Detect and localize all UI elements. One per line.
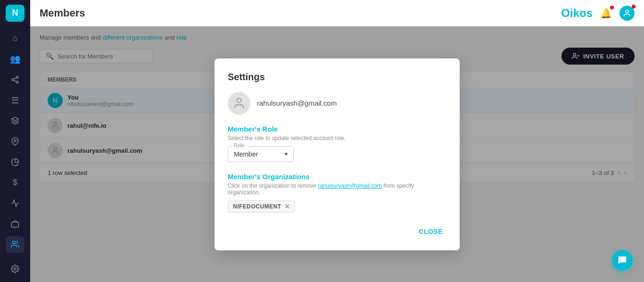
page-title: Members <box>40 7 85 19</box>
sidebar-item-members[interactable] <box>6 236 25 253</box>
header-right: Oikos 🔔 <box>561 6 635 21</box>
sidebar-item-chart[interactable] <box>6 195 25 212</box>
svg-rect-7 <box>12 222 19 227</box>
user-avatar-header[interactable] <box>619 6 635 21</box>
sidebar-item-dollar[interactable]: $ <box>6 174 25 191</box>
svg-point-6 <box>14 140 17 142</box>
svg-point-8 <box>13 241 16 244</box>
user-badge <box>632 5 636 8</box>
chat-bubble[interactable] <box>612 250 633 271</box>
org-section-desc: Click on the organization to remove rahu… <box>228 182 446 196</box>
role-select-wrapper: Role Member Admin Owner ▼ <box>228 146 294 162</box>
sidebar-item-home[interactable]: ⌂ <box>6 30 25 47</box>
modal-title: Settings <box>228 72 446 83</box>
sidebar-item-list[interactable]: ☰ <box>6 92 25 109</box>
svg-point-0 <box>16 76 18 78</box>
svg-point-1 <box>12 79 14 81</box>
role-section-title: Member's Role <box>228 125 446 133</box>
bell-badge <box>610 6 614 9</box>
app-logo[interactable]: N <box>6 5 25 22</box>
modal-user-email: rahulsuryash@gmail.com <box>257 99 337 107</box>
sidebar-item-people[interactable]: 👥 <box>6 50 25 67</box>
org-tag[interactable]: NIFEDOCUMENT ✕ <box>228 200 295 213</box>
svg-point-16 <box>237 98 241 102</box>
svg-point-10 <box>626 10 628 13</box>
svg-line-4 <box>14 78 16 79</box>
brand-name: Oikos <box>561 7 593 20</box>
role-select[interactable]: Member Admin Owner <box>228 146 294 162</box>
settings-modal: Settings rahulsuryash@gmail.com Member's… <box>215 58 460 250</box>
modal-footer: CLOSE <box>228 226 446 237</box>
modal-user-avatar <box>228 92 250 115</box>
main-content: Members Oikos 🔔 Manage members and diffe… <box>30 0 644 282</box>
svg-point-9 <box>14 268 17 270</box>
modal-overlay: Settings rahulsuryash@gmail.com Member's… <box>30 26 644 282</box>
sidebar: N ⌂ 👥 ☰ $ <box>0 0 30 282</box>
org-section-title: Member's Organizations <box>228 173 446 181</box>
svg-point-2 <box>16 81 18 83</box>
page-area: Manage members and different organizatio… <box>30 26 644 282</box>
close-button[interactable]: CLOSE <box>415 226 446 237</box>
sidebar-item-location[interactable] <box>6 133 25 150</box>
sidebar-item-work[interactable] <box>6 216 25 232</box>
sidebar-item-settings[interactable] <box>6 260 25 277</box>
role-section-desc: Select the role to update selected accou… <box>228 135 446 141</box>
sidebar-item-git[interactable] <box>6 71 25 88</box>
svg-marker-5 <box>12 117 19 121</box>
org-tag-label: NIFEDOCUMENT <box>233 203 281 210</box>
modal-user-info: rahulsuryash@gmail.com <box>228 92 446 115</box>
org-tag-remove[interactable]: ✕ <box>284 203 290 210</box>
bell-icon[interactable]: 🔔 <box>600 8 612 19</box>
role-label: Role <box>232 142 246 148</box>
svg-line-3 <box>14 80 16 82</box>
sidebar-item-layers[interactable] <box>6 112 25 129</box>
header: Members Oikos 🔔 <box>30 0 644 26</box>
sidebar-item-pie[interactable] <box>6 154 25 171</box>
